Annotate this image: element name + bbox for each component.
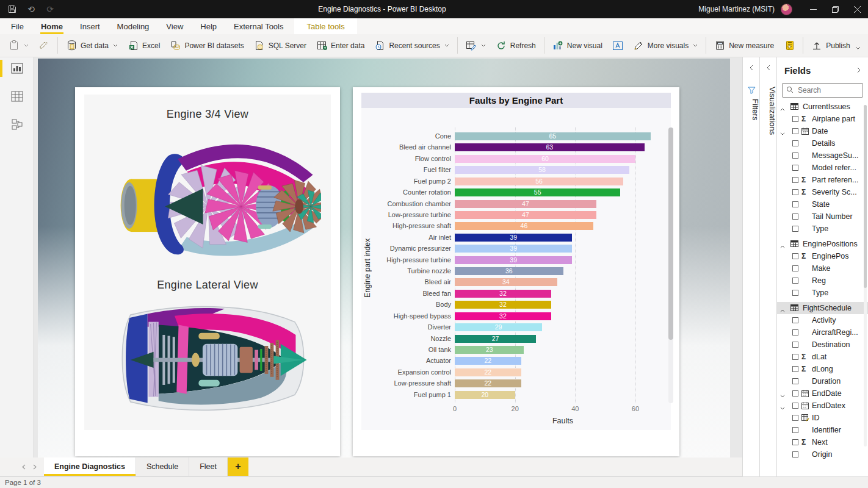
bar-fuel-pump-1[interactable]: 20 — [455, 391, 515, 399]
menu-home[interactable]: Home — [32, 18, 71, 34]
bar-actuator[interactable]: 22 — [455, 357, 521, 365]
power-bi-datasets-button[interactable]: Power BI datasets — [165, 37, 248, 55]
recent-sources-button[interactable]: Recent sources — [369, 37, 454, 55]
field-row-destination[interactable]: Destination — [777, 339, 868, 351]
menu-insert[interactable]: Insert — [71, 18, 109, 34]
filters-pane-collapsed[interactable]: Filters — [742, 57, 759, 476]
field-checkbox[interactable] — [792, 165, 798, 171]
avatar[interactable] — [781, 4, 792, 15]
field-checkbox[interactable] — [792, 415, 798, 421]
field-row-type[interactable]: Type — [777, 287, 868, 299]
field-row-airplane-part[interactable]: ΣAirplane part — [777, 113, 868, 125]
bar-counter-rotation[interactable]: 55 — [455, 188, 620, 196]
quick-measure-button[interactable] — [779, 37, 800, 55]
bar-dynamic-pressurizer[interactable]: 39 — [455, 245, 572, 253]
field-row-severity-sc-[interactable]: ΣSeverity Sc... — [777, 186, 868, 198]
field-checkbox[interactable] — [792, 140, 798, 146]
chart-scrollbar[interactable] — [668, 127, 673, 403]
field-row-tail-number[interactable]: Tail Number — [777, 210, 868, 223]
page-tab-schedule[interactable]: Schedule — [136, 458, 189, 476]
more-visuals-button[interactable]: More visuals — [628, 37, 703, 55]
field-row-currentissues[interactable]: CurrentIssues — [777, 101, 868, 113]
next-page-arrow-icon[interactable] — [33, 461, 37, 472]
bar-air-inlet[interactable]: 39 — [455, 234, 572, 242]
field-row-fightschedule[interactable]: FightSchedule — [777, 302, 868, 314]
paste-button[interactable] — [4, 37, 34, 55]
field-checkbox[interactable] — [792, 290, 798, 296]
field-row-part-referen-[interactable]: ΣPart referen... — [777, 174, 868, 186]
page-tab-engine-diagnostics[interactable]: Engine Diagnostics — [44, 458, 136, 476]
menu-file[interactable]: File — [2, 18, 32, 34]
bar-expansion-control[interactable]: 22 — [455, 368, 521, 376]
field-checkbox[interactable] — [792, 366, 798, 372]
restore-button[interactable] — [824, 0, 846, 18]
field-row-origin[interactable]: Origin — [777, 448, 868, 461]
field-checkbox[interactable] — [792, 378, 798, 384]
enter-data-button[interactable]: Enter data — [311, 37, 369, 55]
field-checkbox[interactable] — [792, 253, 798, 259]
search-input[interactable] — [797, 85, 858, 95]
bar-combustion-chamber[interactable]: 47 — [455, 200, 596, 208]
field-row-enginepos[interactable]: ΣEnginePos — [777, 250, 868, 262]
field-row-model-refer-[interactable]: Model refer... — [777, 162, 868, 174]
fields-search-box[interactable] — [782, 83, 863, 98]
format-painter-button[interactable] — [34, 37, 54, 55]
excel-button[interactable]: Excel — [123, 37, 165, 55]
engine-views-visual[interactable]: Engine 3/4 View — [75, 87, 340, 456]
publish-button[interactable]: Publish — [806, 37, 855, 55]
bar-high-speed-bypass[interactable]: 32 — [455, 312, 551, 320]
chevron-down-icon[interactable] — [780, 403, 785, 412]
minimize-button[interactable] — [802, 0, 824, 18]
data-view-button[interactable] — [0, 87, 34, 106]
field-row-details[interactable]: Details — [777, 137, 868, 149]
refresh-button[interactable]: Refresh — [491, 37, 541, 55]
page-tab-fleet[interactable]: Fleet — [189, 458, 228, 476]
field-row-enddate[interactable]: EndDate — [777, 387, 868, 400]
menu-external-tools[interactable]: External Tools — [225, 18, 292, 34]
report-view-button[interactable] — [0, 59, 34, 78]
new-visual-button[interactable]: New visual — [548, 37, 607, 55]
undo-icon[interactable]: ⟲ — [26, 4, 36, 14]
field-checkbox[interactable] — [792, 354, 798, 360]
field-row-aircraftregi-[interactable]: AircraftRegi... — [777, 326, 868, 339]
field-row-dlong[interactable]: ΣdLong — [777, 363, 868, 375]
save-icon[interactable] — [7, 4, 17, 14]
field-checkbox[interactable] — [792, 177, 798, 183]
bar-high-pressure-shaft[interactable]: 46 — [455, 222, 593, 230]
chevron-up-icon[interactable] — [780, 306, 785, 314]
new-page-button[interactable]: + — [228, 458, 248, 476]
menu-modeling[interactable]: Modeling — [109, 18, 158, 34]
bar-high-pressure-turbine[interactable]: 39 — [455, 256, 572, 264]
field-row-reg[interactable]: Reg — [777, 274, 868, 287]
field-checkbox[interactable] — [792, 152, 798, 159]
field-checkbox[interactable] — [792, 265, 798, 271]
field-row-activity[interactable]: Activity — [777, 314, 868, 326]
chevron-up-icon[interactable] — [780, 242, 785, 250]
faults-bar-chart-visual[interactable]: Faults by Engine Part 0204060Cone65Bleed… — [353, 87, 679, 456]
bar-oil-tank[interactable]: 23 — [455, 346, 524, 354]
field-checkbox[interactable] — [792, 189, 798, 195]
bar-bleed-fan[interactable]: 32 — [455, 290, 551, 298]
field-row-type[interactable]: Type — [777, 223, 868, 235]
field-checkbox[interactable] — [792, 390, 798, 396]
bar-cone[interactable]: 65 — [455, 132, 651, 140]
bar-nozzle[interactable]: 27 — [455, 335, 536, 343]
field-checkbox[interactable] — [792, 317, 798, 323]
fields-scrollbar-thumb[interactable] — [864, 105, 867, 288]
field-row-date[interactable]: Date — [777, 125, 868, 137]
field-row-messagesu-[interactable]: MessageSu... — [777, 149, 868, 162]
chevron-down-icon[interactable] — [780, 129, 785, 137]
menu-view[interactable]: View — [157, 18, 192, 34]
bar-bleed-air[interactable]: 34 — [455, 278, 557, 286]
visualizations-pane-collapsed[interactable]: Visualizations — [759, 57, 776, 476]
field-row-make[interactable]: Make — [777, 262, 868, 274]
bar-low-pressure-turbine[interactable]: 47 — [455, 211, 596, 219]
bar-body[interactable]: 32 — [455, 301, 551, 309]
user-name[interactable]: Miguel Martinez (MSIT) — [698, 5, 775, 13]
field-row-duration[interactable]: Duration — [777, 375, 868, 387]
sql-server-button[interactable]: SQL Server — [249, 37, 311, 55]
new-measure-button[interactable]: New measure — [709, 37, 779, 55]
menu-help[interactable]: Help — [192, 18, 225, 34]
field-row-dlat[interactable]: ΣdLat — [777, 351, 868, 363]
bar-flow-control[interactable]: 60 — [455, 155, 635, 163]
